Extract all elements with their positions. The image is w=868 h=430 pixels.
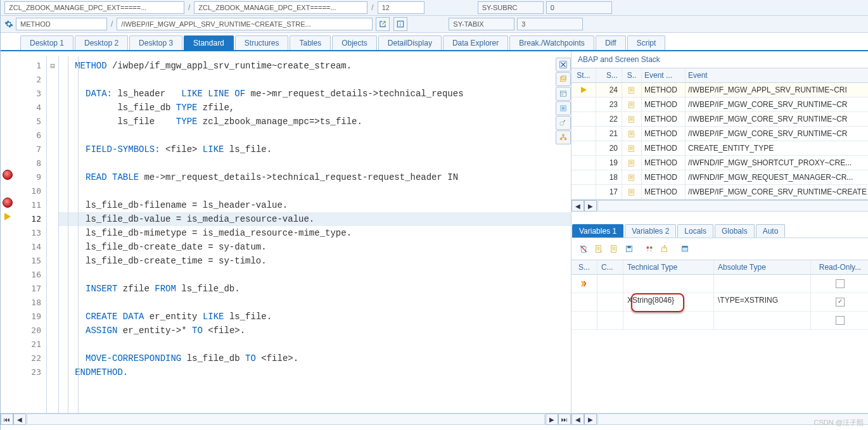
tab-structures[interactable]: Structures xyxy=(235,35,289,50)
code-line[interactable]: MOVE-CORRESPONDING ls_file_db TO <file>. xyxy=(59,351,571,365)
tab-detaildisplay[interactable]: DetailDisplay xyxy=(378,35,442,50)
scroll-last-icon[interactable]: ⏭ xyxy=(558,414,571,425)
stack-row[interactable]: 20METHODCREATE_ENTITY_TYPE xyxy=(571,141,868,156)
line-number-gutter[interactable]: 1234567891011121314151617181920212223 xyxy=(15,56,47,413)
tab-break-watchpoints[interactable]: Break./Watchpoints xyxy=(509,35,594,50)
code-line[interactable] xyxy=(59,338,571,351)
col-vars-status[interactable]: S... xyxy=(571,260,597,274)
info-icon[interactable]: i xyxy=(393,17,407,31)
vars-tab-globals[interactable]: Globals xyxy=(715,224,755,237)
code-line[interactable]: ENDMETHOD. xyxy=(59,365,571,379)
export-icon[interactable] xyxy=(658,242,672,256)
col-read-only[interactable]: Read-Only... xyxy=(811,260,868,274)
sheet-icon[interactable] xyxy=(607,242,621,256)
code-line[interactable]: ls_file_db-value = is_media_resource-val… xyxy=(59,212,571,226)
stack-row[interactable]: 18METHOD/IWFND/IF_MGW_REQUEST_MANAGER~CR… xyxy=(571,170,868,185)
tab-desktop-3[interactable]: Desktop 3 xyxy=(129,35,182,50)
variables-scrollbar[interactable]: ◀ ▶ xyxy=(571,413,868,425)
col-technical-type[interactable]: Technical Type xyxy=(623,260,714,274)
services-icon[interactable] xyxy=(556,87,571,101)
variable-row[interactable]: XString{8046}\TYPE=XSTRING xyxy=(571,293,868,312)
display-object-icon[interactable] xyxy=(556,101,571,115)
vars-tab-variables-2[interactable]: Variables 2 xyxy=(625,224,676,237)
col-depth[interactable]: S... xyxy=(596,68,622,82)
code-line[interactable]: CREATE DATA er_entity LIKE ls_file. xyxy=(59,310,571,324)
stack-row[interactable]: 22METHOD/IWBEP/IF_MGW_CORE_SRV_RUNTIME~C… xyxy=(571,112,868,127)
code-line[interactable] xyxy=(59,73,571,87)
col-event-kind[interactable]: Event ... xyxy=(642,68,686,82)
code-line[interactable]: ls_file_db-create_date = sy-datum. xyxy=(59,240,571,254)
code-line[interactable]: READ TABLE me->mr_request_details->techn… xyxy=(59,170,571,184)
vars-tab-auto[interactable]: Auto xyxy=(756,224,786,237)
vars-tab-locals[interactable]: Locals xyxy=(677,224,713,237)
compare-icon[interactable] xyxy=(642,242,656,256)
code-line[interactable]: ls_file TYPE zcl_zbook_manage_mpc=>ts_fi… xyxy=(59,115,571,129)
source-editor[interactable]: METHOD /iwbep/if_mgw_appl_srv_runtime~cr… xyxy=(59,56,571,413)
scroll-left-icon[interactable]: ◀ xyxy=(13,414,26,425)
breakpoint-icon[interactable] xyxy=(3,198,13,208)
code-line[interactable] xyxy=(59,156,571,170)
code-line[interactable]: ASSIGN er_entity->* TO <file>. xyxy=(59,324,571,338)
tab-desktop-1[interactable]: Desktop 1 xyxy=(20,35,73,50)
tab-script[interactable]: Script xyxy=(627,35,666,50)
code-line[interactable]: DATA: ls_header LIKE LINE OF me->mr_requ… xyxy=(59,87,571,101)
readonly-checkbox[interactable] xyxy=(836,316,845,325)
col-event-text[interactable]: Event xyxy=(686,68,868,82)
stack-row[interactable]: 24METHOD/IWBEP/IF_MGW_APPL_SRV_RUNTIME~C… xyxy=(571,83,868,98)
fold-gutter[interactable]: ⊟ xyxy=(47,56,59,413)
stack-row[interactable]: 23METHOD/IWBEP/IF_MGW_CORE_SRV_RUNTIME~C… xyxy=(571,98,868,112)
line-field[interactable]: 12 xyxy=(378,1,424,14)
code-line[interactable]: ls_file_db-mimetype = is_media_resource-… xyxy=(59,226,571,240)
scroll-right-icon[interactable]: ▶ xyxy=(584,200,597,212)
code-line[interactable] xyxy=(59,296,571,310)
event-kind-field[interactable]: METHOD xyxy=(16,18,107,30)
scroll-left-icon[interactable]: ◀ xyxy=(571,414,584,425)
variable-row[interactable] xyxy=(571,312,868,330)
readonly-checkbox[interactable] xyxy=(836,298,845,307)
code-line[interactable] xyxy=(59,129,571,142)
tab-data-explorer[interactable]: Data Explorer xyxy=(443,35,508,50)
stack-row[interactable]: 21METHOD/IWBEP/IF_MGW_CORE_SRV_RUNTIME~C… xyxy=(571,127,868,141)
stack-row[interactable]: 17METHOD/IWBEP/IF_MGW_CORE_SRV_RUNTIME~C… xyxy=(571,185,868,199)
col-vars-c[interactable]: C... xyxy=(597,260,623,274)
stack-row[interactable]: 19METHOD/IWFND/IF_MGW_SHORTCUT_PROXY~CRE… xyxy=(571,156,868,170)
scroll-first-icon[interactable]: ⏮ xyxy=(1,414,13,425)
breakpoint-icon[interactable] xyxy=(3,170,13,180)
edit-icon[interactable] xyxy=(556,116,571,130)
new-window-icon[interactable] xyxy=(556,72,571,86)
scroll-right-icon[interactable]: ▶ xyxy=(546,414,558,425)
tab-tables[interactable]: Tables xyxy=(290,35,331,50)
close-icon[interactable] xyxy=(556,58,571,72)
code-line[interactable] xyxy=(59,184,571,198)
save-layout-icon[interactable] xyxy=(622,242,636,256)
h-scrollbar[interactable]: ⏮ ◀ ▶ ⏭ xyxy=(1,413,571,425)
tab-objects[interactable]: Objects xyxy=(332,35,377,50)
navigate-icon[interactable] xyxy=(376,17,390,31)
method-field[interactable]: /IWBEP/IF_MGW_APPL_SRV_RUNTIME~CREATE_ST… xyxy=(117,18,373,30)
code-line[interactable]: ls_file_db-create_time = sy-timlo. xyxy=(59,254,571,268)
col-type-icon[interactable]: S.. xyxy=(622,68,642,82)
settings-icon[interactable] xyxy=(4,20,13,28)
vars-tab-variables-1[interactable]: Variables 1 xyxy=(572,224,623,237)
code-line[interactable]: ls_file_db TYPE zfile, xyxy=(59,101,571,115)
tab-diff[interactable]: Diff xyxy=(596,35,626,50)
scroll-right-icon[interactable]: ▶ xyxy=(584,414,597,425)
hierarchy-icon[interactable] xyxy=(556,130,571,144)
delete-icon[interactable] xyxy=(577,242,590,256)
code-line[interactable]: METHOD /iwbep/if_mgw_appl_srv_runtime~cr… xyxy=(59,59,571,73)
code-line[interactable]: FIELD-SYMBOLS: <file> LIKE ls_file. xyxy=(59,142,571,156)
stack-scrollbar[interactable]: ◀ ▶ xyxy=(571,199,868,212)
code-line[interactable]: ls_file_db-filename = ls_header-value. xyxy=(59,198,571,212)
tab-desktop-2[interactable]: Desktop 2 xyxy=(75,35,128,50)
tab-standard[interactable]: Standard xyxy=(184,35,234,50)
code-line[interactable]: INSERT zfile FROM ls_file_db. xyxy=(59,282,571,296)
code-line[interactable] xyxy=(59,268,571,282)
program-field-2[interactable]: ZCL_ZBOOK_MANAGE_DPC_EXT=====... xyxy=(194,1,367,14)
breakpoint-gutter[interactable] xyxy=(1,56,15,413)
variable-row[interactable] xyxy=(571,275,868,293)
readonly-checkbox[interactable] xyxy=(836,279,845,288)
program-field-1[interactable]: ZCL_ZBOOK_MANAGE_DPC_EXT=====... xyxy=(4,1,184,14)
sheet-add-icon[interactable] xyxy=(592,242,606,256)
col-status[interactable]: St... xyxy=(571,68,596,82)
col-absolute-type[interactable]: Absolute Type xyxy=(714,260,811,274)
